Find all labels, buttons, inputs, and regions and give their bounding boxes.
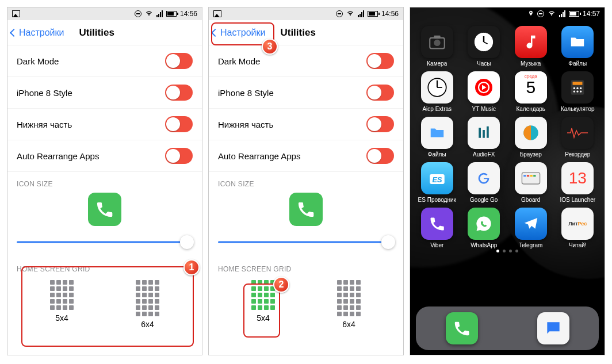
app-часы[interactable]: Часы [462,26,507,67]
app-gboard[interactable]: Gboard [508,162,553,203]
toggle-row-iphone8[interactable]: iPhone 8 Style [7,77,202,109]
back-button[interactable]: Настройки [212,25,269,40]
app-yt-music[interactable]: YT Music [462,71,507,112]
grid-option-5x4[interactable]: 5x4 [50,280,74,329]
app-браузер[interactable]: Браузер [508,117,553,158]
settings-list: Dark Mode iPhone 8 Style Нижняя часть Au… [7,45,202,172]
app-файлы[interactable]: Файлы [556,26,600,67]
nav-bar: Настройки Utilities [7,20,202,45]
app-icon [468,208,500,240]
app-музыка[interactable]: Музыка [508,26,553,67]
svg-point-16 [580,87,582,89]
toggle-row-bottom[interactable]: Нижняя часть [7,109,202,140]
app-label: Gboard [521,197,540,203]
app-icon [515,117,547,149]
toggle-switch[interactable] [366,53,394,69]
app-label: Telegram [519,242,542,248]
dock [416,306,599,350]
app-aicp-extras[interactable]: Aicp Extras [415,71,460,112]
app-читай![interactable]: ЛитРесЧитай! [556,208,600,248]
app-icon [515,162,547,194]
app-icon [421,71,453,104]
back-button[interactable]: Настройки [11,25,67,40]
home-app-grid: КамераЧасыМузыкаФайлыAicp ExtrasYT Music… [410,20,605,248]
battery-icon [368,11,378,17]
toggle-row-bottom[interactable]: Нижняя часть [209,109,403,140]
app-es-проводник[interactable]: ESES Проводник [415,162,460,203]
app-label: Калькулятор [561,106,595,112]
app-рекордер[interactable]: Рекордер [556,117,600,158]
app-icon [561,26,594,58]
settings-list: Dark Mode iPhone 8 Style Нижняя часть Au… [209,45,403,172]
app-audiofx[interactable]: AudioFX [462,117,507,158]
grid-option-6x4[interactable]: 6x4 [337,280,361,329]
signal-icon [156,10,163,17]
app-камера[interactable]: Камера [415,26,460,67]
app-label: Aicp Extras [422,106,452,112]
back-label: Настройки [220,28,265,38]
icon-size-slider[interactable] [17,235,193,249]
app-label: ES Проводник [418,197,456,203]
svg-rect-20 [479,128,481,138]
wifi-icon [548,10,556,18]
toggle-row-iphone8[interactable]: iPhone 8 Style [209,77,403,109]
app-icon: ЛитРес [561,208,594,240]
app-label: Google Go [470,197,498,203]
toggle-switch[interactable] [165,116,193,132]
app-icon [421,26,453,58]
svg-point-17 [573,90,575,92]
grid-option-5x4[interactable]: 5x4 [251,280,275,329]
app-icon [561,71,594,104]
toggle-switch[interactable] [366,116,394,132]
status-bar: 14:56 [7,7,202,20]
icon-size-preview [209,190,403,229]
app-label: IOS Launcher [560,197,595,203]
app-icon: среда5 [515,71,547,104]
app-viber[interactable]: Viber [415,208,460,248]
nav-bar: Настройки Utilities [209,20,403,45]
wifi-icon [145,10,153,18]
toggle-switch[interactable] [165,148,193,164]
phone-app-icon [88,193,121,226]
dock-phone-icon[interactable] [446,312,478,344]
svg-rect-26 [522,173,540,184]
dnd-icon [135,10,141,17]
app-label: Музыка [521,60,541,67]
icon-size-slider[interactable] [218,235,394,249]
toggle-row-dark-mode[interactable]: Dark Mode [7,45,202,77]
app-ios-launcher[interactable]: 13IOS Launcher [556,162,600,203]
app-label: Файлы [568,60,587,67]
svg-text:ES: ES [432,175,442,184]
signal-icon [559,10,565,17]
toggle-switch[interactable] [366,85,394,101]
app-калькулятор[interactable]: Калькулятор [556,71,600,112]
signal-icon [358,10,364,17]
dock-messages-icon[interactable] [537,312,569,344]
app-icon [468,162,500,194]
app-календарь[interactable]: среда5Календарь [508,71,553,112]
toggle-switch[interactable] [165,85,193,101]
app-telegram[interactable]: Telegram [508,208,553,248]
svg-point-18 [577,90,579,92]
grid-option-6x4[interactable]: 6x4 [136,280,159,329]
icon-size-preview [7,190,202,229]
app-icon: ES [421,162,453,194]
svg-rect-30 [533,175,536,177]
toggle-row-dark-mode[interactable]: Dark Mode [209,45,403,77]
page-indicator [410,250,605,252]
toggle-switch[interactable] [366,148,394,164]
battery-icon [166,11,177,17]
app-icon [468,117,500,149]
section-icon-size: ICON SIZE [209,172,403,190]
app-label: Камера [427,60,447,67]
app-whatsapp[interactable]: WhatsApp [462,208,507,248]
toggle-switch[interactable] [165,53,193,69]
battery-icon [569,11,579,17]
app-google-go[interactable]: Google Go [462,162,507,203]
phone-app-icon [289,193,323,226]
app-файлы[interactable]: Файлы [415,117,460,158]
toggle-row-rearrange[interactable]: Auto Rearrange Apps [7,140,202,172]
svg-point-14 [573,87,575,89]
page-title: Utilities [79,27,114,39]
toggle-row-rearrange[interactable]: Auto Rearrange Apps [209,140,403,172]
